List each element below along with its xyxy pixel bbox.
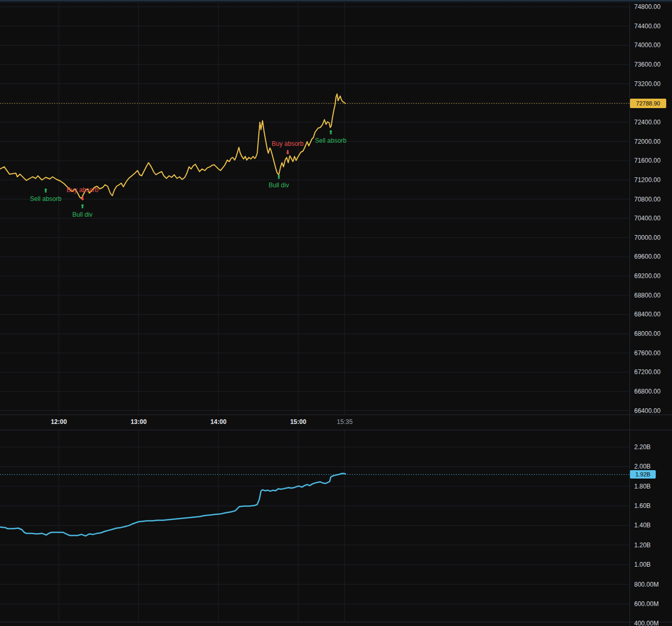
annotation-label: Buy absorb <box>51 186 114 194</box>
price-axis-label: 67200.00 <box>634 368 671 376</box>
time-axis-label: 14:00 <box>203 418 234 426</box>
price-axis-label: 69600.00 <box>634 252 671 261</box>
price-axis-label: 66400.00 <box>634 407 671 415</box>
volume-axis-label: 1.60B <box>634 502 671 510</box>
toolbar-bottom-edge <box>0 0 672 3</box>
time-axis-label: 15:35 <box>329 418 361 426</box>
volume-axis-label: 1.20B <box>634 541 671 549</box>
volume-axis-label: 800.00M <box>634 580 671 589</box>
volume-axis-label: 1.00B <box>634 560 671 569</box>
price-axis-label: 69200.00 <box>634 272 671 280</box>
price-axis-label: 74400.00 <box>634 22 671 30</box>
time-axis-label: 13:00 <box>123 418 154 426</box>
time-axis-label: 12:00 <box>43 418 75 426</box>
last-price-badge: 72788.90 <box>630 99 666 108</box>
price-axis-label: 70400.00 <box>634 214 671 222</box>
arrow-down-icon: ⬇ <box>281 149 294 156</box>
price-axis-label: 73200.00 <box>634 80 671 88</box>
volume-axis-label: 1.80B <box>634 482 671 491</box>
price-axis-label: 72000.00 <box>634 137 671 146</box>
price-axis-label: 72400.00 <box>634 118 671 126</box>
time-axis-label: 15:00 <box>282 418 314 426</box>
arrow-down-icon: ⬇ <box>76 195 89 203</box>
volume-axis-label: 1.40B <box>634 521 671 529</box>
annotation-label: Bull div <box>51 211 114 218</box>
price-axis-label: 66800.00 <box>634 387 671 396</box>
price-axis-label: 71600.00 <box>634 156 671 165</box>
trading-chart-window: 74800.0074400.0074000.0073600.0073200.00… <box>0 0 672 626</box>
price-axis-label: 70000.00 <box>634 234 671 242</box>
last-volume-badge: 1.92B <box>630 470 656 479</box>
volume-axis-label: 600.00M <box>634 600 671 608</box>
volume-line-series <box>0 473 345 536</box>
arrow-up-icon: ⬆ <box>39 187 52 195</box>
price-axis-label: 74000.00 <box>634 41 671 49</box>
price-axis-label: 67600.00 <box>634 349 671 357</box>
price-axis-label: 68400.00 <box>634 310 671 319</box>
price-axis-label: 68000.00 <box>634 330 671 338</box>
volume-axis-label: 400.00M <box>634 619 671 626</box>
volume-axis-label: 2.00B <box>634 462 671 471</box>
volume-axis-label: 2.20B <box>634 443 671 451</box>
arrow-up-icon: ⬆ <box>76 203 89 210</box>
annotation-label: Sell absorb <box>299 137 362 144</box>
price-axis-label: 74800.00 <box>634 3 671 11</box>
arrow-up-icon: ⬆ <box>272 174 285 181</box>
annotation-label: Bull div <box>247 182 310 189</box>
price-axis-label: 71200.00 <box>634 176 671 184</box>
price-axis-label: 70800.00 <box>634 195 671 204</box>
price-axis-label: 68800.00 <box>634 291 671 300</box>
price-axis-label: 73600.00 <box>634 60 671 69</box>
annotation-label: Sell absorb <box>14 195 77 203</box>
chart-canvas[interactable] <box>0 0 672 626</box>
arrow-up-icon: ⬆ <box>324 129 337 136</box>
